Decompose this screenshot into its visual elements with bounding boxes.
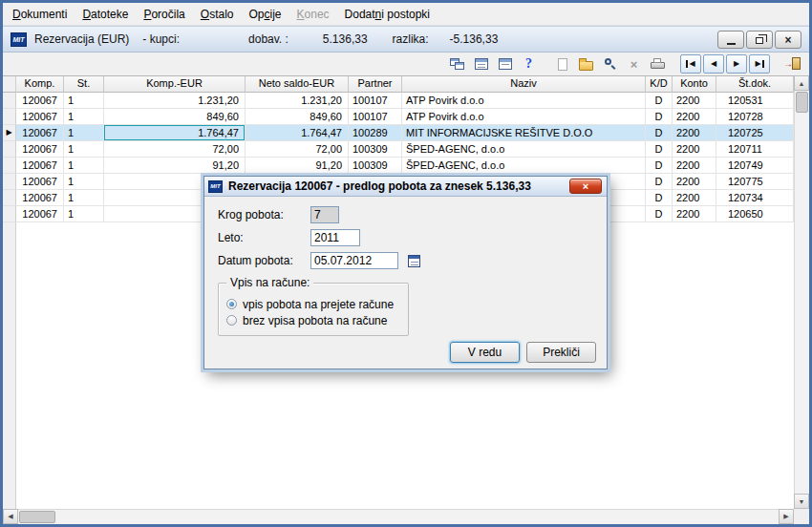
ok-button[interactable]: V redu (450, 342, 520, 363)
leto-field[interactable] (310, 229, 360, 246)
cell-komp[interactable]: 120067 (16, 174, 64, 190)
cell-kd[interactable]: D (646, 93, 673, 109)
cell-komp[interactable]: 120067 (16, 125, 64, 141)
column-header-konto[interactable]: Konto (673, 76, 716, 93)
cascade-windows-button[interactable] (446, 54, 468, 74)
column-header-kompEur[interactable]: Komp.-EUR (104, 76, 246, 93)
cell-naziv[interactable]: ŠPED-AGENC, d.o.o (402, 141, 646, 158)
cell-st[interactable]: 1 (64, 109, 104, 125)
search-button[interactable] (599, 54, 621, 74)
vertical-scroll-thumb[interactable] (796, 92, 808, 113)
restore-button[interactable] (746, 31, 773, 49)
cell-komp[interactable]: 120067 (16, 93, 64, 109)
cell-konto[interactable]: 2200 (673, 158, 716, 174)
cell-stdok[interactable]: 120711 (716, 141, 794, 158)
help-button[interactable]: ? (518, 54, 540, 74)
cell-partner[interactable]: 100107 (349, 93, 402, 109)
table-row[interactable]: 1200671849,60849,60100107ATP Povirk d.o.… (3, 109, 794, 125)
scroll-up-button[interactable]: ▲ (794, 75, 809, 91)
calendar-button[interactable] (405, 253, 422, 269)
cell-kd[interactable]: D (646, 141, 673, 158)
cell-neto[interactable]: 849,60 (246, 109, 349, 125)
close-button[interactable]: × (775, 31, 801, 49)
table-row[interactable]: ▶12006711.764,471.764,47100289MIT INFORM… (3, 125, 794, 141)
horizontal-scrollbar[interactable]: ◀ ▶ (3, 509, 794, 524)
dialog-titlebar[interactable]: MIT Rezervacija 120067 - predlog pobota … (204, 177, 607, 197)
column-header-partner[interactable]: Partner (349, 76, 402, 93)
menu-item-opcije[interactable]: Opcije (242, 5, 289, 24)
cell-konto[interactable]: 2200 (673, 174, 716, 190)
column-header-st[interactable]: St. (64, 76, 104, 93)
next-record-button[interactable]: ▶ (726, 54, 747, 74)
radio-option-brez-vpisa-pobota-na-ra-[interactable]: brez vpisa pobota na račune (219, 312, 408, 328)
cell-partner[interactable]: 100289 (349, 125, 402, 141)
cell-partner[interactable]: 100107 (349, 109, 402, 125)
cell-st[interactable]: 1 (64, 93, 104, 109)
cell-st[interactable]: 1 (64, 190, 104, 206)
cell-konto[interactable]: 2200 (673, 125, 716, 141)
cell-konto[interactable]: 2200 (673, 190, 716, 206)
cell-st[interactable]: 1 (64, 158, 104, 174)
menu-item-poro-ila[interactable]: Poročila (136, 5, 192, 24)
cell-komp[interactable]: 120067 (16, 141, 64, 158)
radio-option-vpis-pobota-na-prejete-r[interactable]: vpis pobota na prejete račune (219, 296, 408, 312)
cell-kompEur[interactable]: 849,60 (104, 109, 246, 125)
table-row[interactable]: 12006711.231,201.231,20100107ATP Povirk … (3, 93, 794, 109)
cell-stdok[interactable]: 120650 (716, 206, 794, 222)
cell-naziv[interactable]: ŠPED-AGENC, d.o.o (402, 158, 646, 174)
cell-stdok[interactable]: 120775 (716, 174, 794, 190)
first-record-button[interactable]: ◀ (680, 54, 701, 74)
datum-pobota-field[interactable] (310, 252, 398, 269)
cell-naziv[interactable]: ATP Povirk d.o.o (402, 109, 646, 125)
scroll-down-button[interactable]: ▼ (794, 494, 809, 509)
radio-selected-icon[interactable] (226, 299, 237, 309)
cancel-button[interactable]: Prekliči (526, 342, 596, 363)
cell-neto[interactable]: 1.231,20 (246, 93, 349, 109)
scroll-right-button[interactable]: ▶ (779, 509, 794, 524)
cell-naziv[interactable]: ATP Povirk d.o.o (402, 93, 646, 109)
cell-kompEur[interactable]: 1.231,20 (104, 93, 246, 109)
cell-kd[interactable]: D (646, 190, 673, 206)
menu-item-ostalo[interactable]: Ostalo (193, 5, 242, 24)
last-record-button[interactable]: ▶ (749, 54, 770, 74)
menu-item-dokumenti[interactable]: Dokumenti (5, 5, 75, 24)
horizontal-scroll-thumb[interactable] (19, 511, 55, 523)
cell-stdok[interactable]: 120728 (716, 109, 794, 125)
print-button[interactable] (647, 54, 669, 74)
cell-neto[interactable]: 1.764,47 (246, 125, 349, 141)
cell-neto[interactable]: 91,20 (246, 158, 349, 174)
cell-komp[interactable]: 120067 (16, 158, 64, 174)
cell-komp[interactable]: 120067 (16, 206, 64, 222)
cell-kd[interactable]: D (646, 109, 673, 125)
menu-item-dodatni-postopki[interactable]: Dodatni postopki (337, 5, 438, 24)
cell-st[interactable]: 1 (64, 141, 104, 158)
column-header-neto[interactable]: Neto saldo-EUR (246, 76, 349, 93)
new-document-button[interactable] (551, 54, 573, 74)
cell-naziv[interactable]: MIT INFORMACIJSKE REŠITVE D.O.O (402, 125, 646, 141)
cell-kd[interactable]: D (646, 174, 673, 190)
cell-stdok[interactable]: 120734 (716, 190, 794, 206)
cell-st[interactable]: 1 (64, 206, 104, 222)
cell-konto[interactable]: 2200 (673, 141, 716, 158)
cell-stdok[interactable]: 120531 (716, 93, 794, 109)
cell-kompEur[interactable]: 1.764,47 (104, 125, 246, 141)
cell-konto[interactable]: 2200 (673, 109, 716, 125)
menu-item-konec[interactable]: Konec (289, 5, 337, 24)
open-folder-button[interactable] (575, 54, 597, 74)
table-row[interactable]: 120067172,0072,00100309ŠPED-AGENC, d.o.o… (3, 141, 794, 158)
minimize-button[interactable] (717, 31, 744, 49)
exit-button[interactable]: → (781, 54, 803, 74)
window-titlebar[interactable]: MIT Rezervacija (EUR) - kupci: dobav. : … (3, 26, 809, 53)
window-new-button[interactable] (494, 54, 516, 74)
cell-st[interactable]: 1 (64, 125, 104, 141)
prev-record-button[interactable]: ◀ (703, 54, 724, 74)
cell-stdok[interactable]: 120749 (716, 158, 794, 174)
window-list-button[interactable] (470, 54, 492, 74)
radio-unselected-icon[interactable] (226, 315, 237, 326)
cell-stdok[interactable]: 120725 (716, 125, 794, 141)
column-header-naziv[interactable]: Naziv (402, 76, 646, 93)
column-header-komp[interactable]: Komp. (16, 76, 64, 93)
scroll-left-button[interactable]: ◀ (3, 509, 18, 524)
dialog-close-button[interactable]: × (569, 179, 602, 194)
cell-komp[interactable]: 120067 (16, 190, 64, 206)
